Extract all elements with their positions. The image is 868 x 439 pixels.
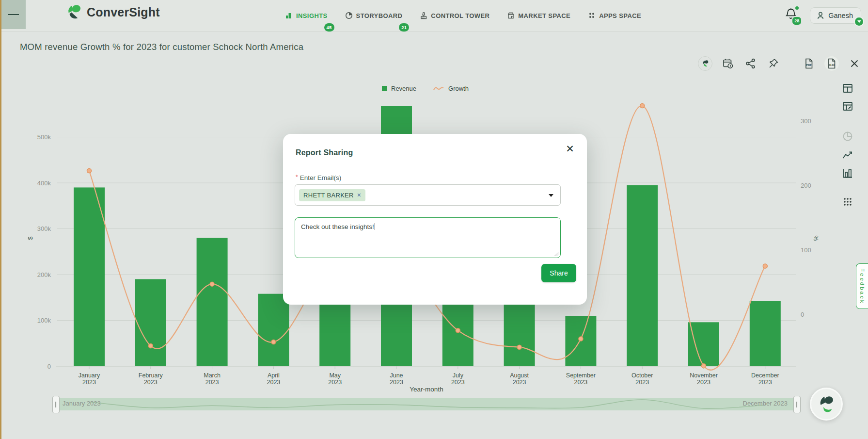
svg-text:November: November	[690, 372, 718, 379]
nav-item-control-tower[interactable]: CONTROL TOWER	[420, 12, 489, 19]
more-charts-grid-icon[interactable]	[841, 195, 854, 208]
nav-item-apps-space[interactable]: APPS SPACE	[588, 12, 641, 19]
growth-point	[579, 337, 583, 341]
required-asterisk: *	[296, 174, 298, 180]
top-navbar: ConverSight INSIGHTS 45 STORYBOARD 21 CO…	[1, 0, 868, 32]
email-select-input[interactable]: RHETT BARKER ×	[295, 184, 561, 206]
revenue-swatch-icon	[382, 86, 387, 91]
svg-text:300: 300	[801, 117, 811, 125]
range-preview-curve	[56, 398, 797, 410]
message-textarea[interactable]: Check out these insights!	[295, 217, 561, 258]
nav-item-storyboard[interactable]: STORYBOARD 21	[345, 12, 403, 19]
svg-text:August: August	[510, 372, 529, 379]
svg-text:PDF: PDF	[806, 64, 812, 66]
range-end-label: December 2023	[743, 400, 788, 407]
legend-item-growth[interactable]: Growth	[433, 85, 469, 92]
growth-point	[456, 328, 460, 333]
line-chart-icon[interactable]	[841, 149, 854, 162]
revenue-bar	[258, 294, 289, 366]
user-menu-button[interactable]: Ganesh	[810, 7, 861, 24]
pin-icon[interactable]	[766, 56, 781, 71]
chip-remove-icon[interactable]: ×	[357, 192, 361, 198]
range-start-label: January 2023	[63, 400, 101, 407]
insights-bar-chart-icon	[285, 12, 293, 19]
growth-point	[640, 104, 645, 108]
growth-point	[210, 282, 214, 286]
report-toolbar: PDF XLSX	[698, 56, 862, 71]
growth-point	[763, 264, 767, 268]
notification-status-dot	[795, 6, 799, 10]
report-sharing-dialog: Report Sharing ✕ *Enter Email(s) RHETT B…	[283, 134, 587, 305]
svg-text:June: June	[390, 372, 403, 379]
svg-text:2023: 2023	[635, 379, 649, 386]
share-icon[interactable]	[743, 56, 758, 71]
apps-space-icon	[588, 12, 596, 19]
export-pdf-icon[interactable]: PDF	[802, 56, 816, 71]
chart-type-rail	[841, 82, 854, 208]
notification-count-badge: 28	[791, 16, 802, 26]
storyboard-count-badge: 21	[399, 23, 409, 32]
bar-chart-icon[interactable]	[841, 167, 854, 179]
range-handle-right[interactable]	[793, 396, 801, 413]
select-caret-icon	[549, 194, 553, 197]
control-tower-icon	[420, 12, 427, 19]
hamburger-menu-button[interactable]	[1, 0, 26, 29]
growth-point	[87, 169, 92, 173]
range-handle-left[interactable]	[52, 396, 60, 413]
svg-text:200k: 200k	[37, 271, 51, 278]
revenue-bar	[197, 238, 228, 366]
resize-grip-icon[interactable]	[554, 252, 559, 256]
conversight-logo-icon	[65, 4, 82, 20]
svg-text:September: September	[566, 372, 596, 379]
market-space-icon	[507, 12, 515, 19]
dialog-close-button[interactable]: ✕	[564, 143, 576, 155]
revenue-bar	[135, 279, 166, 366]
close-report-icon[interactable]	[847, 56, 862, 71]
svg-text:$: $	[27, 236, 34, 240]
svg-text:0: 0	[47, 363, 51, 370]
insights-count-badge: 45	[324, 23, 334, 32]
svg-text:May: May	[329, 372, 341, 379]
legend-item-revenue[interactable]: Revenue	[382, 85, 416, 92]
svg-text:2023: 2023	[267, 379, 280, 386]
brand-name: ConverSight	[87, 5, 160, 19]
svg-text:300k: 300k	[37, 225, 51, 232]
svg-text:March: March	[204, 372, 221, 379]
revenue-bar	[688, 322, 719, 366]
notifications-button[interactable]: 28	[785, 7, 799, 24]
svg-text:October: October	[631, 372, 653, 379]
dialog-title: Report Sharing	[296, 148, 353, 157]
pie-chart-icon[interactable]	[841, 130, 854, 143]
feedback-tab[interactable]: Feedback	[856, 263, 868, 309]
share-button[interactable]: Share	[541, 264, 576, 282]
export-xlsx-icon[interactable]: XLSX	[824, 56, 839, 71]
svg-text:2023: 2023	[451, 379, 465, 386]
conversight-chat-logo-icon	[817, 395, 836, 413]
nav-item-insights[interactable]: INSIGHTS 45	[285, 12, 328, 19]
text-cursor	[375, 223, 376, 230]
assistant-chat-button[interactable]	[810, 388, 843, 421]
growth-point	[517, 345, 521, 349]
scheduled-report-icon[interactable]	[721, 56, 735, 71]
pivot-table-icon[interactable]	[841, 100, 854, 113]
svg-text:2023: 2023	[574, 379, 587, 386]
growth-point	[148, 344, 153, 348]
revenue-bar	[627, 185, 658, 366]
svg-text:2023: 2023	[205, 379, 219, 386]
svg-text:100: 100	[801, 246, 811, 254]
report-title: MOM revenue Growth % for 2023 for custom…	[20, 42, 303, 52]
table-icon[interactable]	[841, 82, 854, 95]
svg-text:200: 200	[801, 182, 811, 189]
range-selector-track[interactable]: January 2023 December 2023	[56, 398, 797, 410]
brand[interactable]: ConverSight	[65, 4, 160, 20]
svg-text:2023: 2023	[758, 379, 772, 386]
svg-text:Year-month: Year-month	[410, 386, 443, 393]
svg-text:XLSX: XLSX	[829, 64, 835, 66]
growth-line-swatch-icon	[433, 86, 444, 92]
nav-item-market-space[interactable]: MARKET SPACE	[507, 12, 570, 19]
growth-point	[271, 340, 276, 344]
navbar-right: 28 Ganesh	[785, 0, 861, 31]
svg-text:July: July	[453, 372, 464, 379]
conversight-assistant-icon[interactable]	[698, 56, 712, 71]
user-icon	[816, 11, 825, 20]
